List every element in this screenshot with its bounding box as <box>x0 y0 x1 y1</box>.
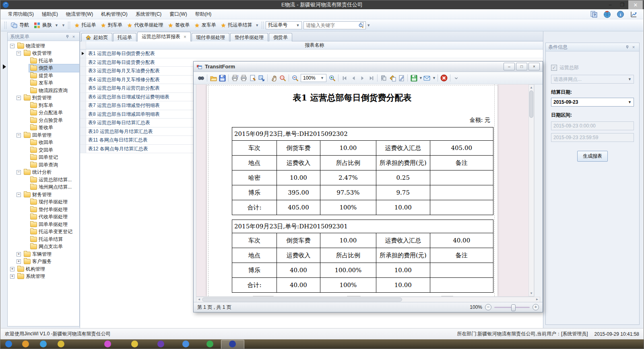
tree-item[interactable]: +系统管理 <box>8 273 79 281</box>
pin-icon[interactable] <box>624 44 630 50</box>
tree-item[interactable]: 地州网点结算... <box>8 184 79 191</box>
close-panel-icon[interactable]: × <box>70 34 77 39</box>
prev-page-icon[interactable] <box>349 74 358 82</box>
menu-item[interactable]: 帮助(H) <box>191 9 216 19</box>
settle-date-select[interactable]: 2015-09-23 ▼ <box>551 98 634 107</box>
skin-button[interactable]: 换肤 ▼ <box>31 21 61 30</box>
range-start-input[interactable]: 2015-09-23 0:00:00 <box>551 121 634 130</box>
tree-item[interactable]: 交回单 <box>8 146 79 154</box>
generate-report-button[interactable]: 生成报表 <box>577 151 608 162</box>
tree-item[interactable]: 回单登记 <box>8 154 79 162</box>
search-overflow-button[interactable]: ▼ <box>366 21 371 30</box>
taskbar-app-icon[interactable] <box>157 341 164 347</box>
menu-item[interactable]: 辅助(E) <box>38 9 62 19</box>
taskbar-app-icon[interactable] <box>58 341 64 347</box>
horizontal-scroll-thumb[interactable] <box>202 298 402 302</box>
tree-item[interactable]: 现付单据处理 <box>8 199 79 206</box>
vertical-scrollbar[interactable]: ▲ ▼ <box>528 84 534 296</box>
collapse-node-icon[interactable]: − <box>17 193 21 197</box>
tab-document[interactable]: 倒货单 <box>269 33 292 41</box>
favorite-shortcut-button[interactable]: ★发车单 <box>192 21 219 30</box>
scroll-up-icon[interactable]: ▲ <box>529 85 534 90</box>
zoom-out-button[interactable]: − <box>485 304 491 310</box>
search-icon[interactable] <box>358 22 364 28</box>
tree-item[interactable]: 到车单 <box>8 102 79 109</box>
site-select[interactable]: 请选择网点... ▼ <box>551 75 634 84</box>
edit-page-icon[interactable] <box>397 74 406 82</box>
background-icon[interactable] <box>388 74 397 82</box>
page-setup-icon[interactable] <box>248 74 257 82</box>
minimize-button[interactable]: – <box>504 63 515 70</box>
range-end-input[interactable]: 2015-09-23 23:59:59 <box>551 133 634 142</box>
tree-item[interactable]: −到货管理 <box>8 94 79 102</box>
horizontal-scrollbar[interactable]: ◄ ► <box>196 297 540 302</box>
tree-item[interactable]: 倒货单 <box>8 65 79 72</box>
tab-document[interactable]: 垫付单据处理 <box>230 33 268 41</box>
more-icon[interactable] <box>452 74 461 82</box>
tab-document[interactable]: 托运单 <box>113 33 136 41</box>
taskbar-app-icon[interactable] <box>131 341 138 347</box>
zoom-percent-select[interactable]: 100%▼ <box>301 74 326 82</box>
zoom-slider-thumb[interactable] <box>511 304 516 311</box>
taskbar-app-icon[interactable] <box>182 341 189 347</box>
favorite-shortcut-button[interactable]: ★代收单据处理 <box>125 21 166 30</box>
favorite-shortcut-button[interactable]: ★托运单 <box>72 21 99 30</box>
tree-item[interactable]: 托运单 <box>8 57 79 65</box>
favorite-shortcut-button[interactable]: ★托运单结算 <box>219 21 255 30</box>
tree-item[interactable]: 分点验货单 <box>8 117 79 124</box>
tree-item[interactable]: −收货管理 <box>8 50 79 57</box>
taskbar-app-icon[interactable] <box>229 341 236 347</box>
globe-icon[interactable] <box>603 10 611 18</box>
save-icon[interactable] <box>218 74 227 82</box>
collapse-node-icon[interactable]: − <box>17 96 21 100</box>
expand-node-icon[interactable]: + <box>10 267 14 271</box>
collapse-node-icon[interactable]: − <box>17 170 21 174</box>
tree-item[interactable]: −物流管理 <box>8 42 79 50</box>
menu-item[interactable]: 物流管理(W) <box>62 9 97 19</box>
email-icon[interactable] <box>423 74 431 82</box>
scale-icon[interactable] <box>257 74 266 82</box>
first-page-icon[interactable] <box>340 74 349 82</box>
collapse-node-icon[interactable]: − <box>17 133 21 138</box>
tree-item[interactable]: 代收单据处理 <box>8 214 79 221</box>
dock-expand-arrow[interactable] <box>3 64 6 69</box>
pan-icon[interactable] <box>269 74 278 82</box>
tab-document[interactable]: 运营总部结算报表× <box>137 32 191 41</box>
watermark-icon[interactable] <box>379 74 388 82</box>
minimize-button[interactable]: – <box>604 0 616 9</box>
maximize-button[interactable]: ❐ <box>616 0 628 9</box>
favorites-overflow-button[interactable]: ▼ <box>254 21 260 30</box>
tree-item[interactable]: 收回单 <box>8 139 79 147</box>
zoom-out-icon[interactable] <box>291 74 299 82</box>
export-icon[interactable] <box>409 74 418 82</box>
last-page-icon[interactable] <box>367 74 376 82</box>
favorite-shortcut-button[interactable]: ★到车单 <box>98 21 125 30</box>
close-button[interactable]: ✕ <box>628 0 643 9</box>
tree-item[interactable]: 提货单 <box>8 72 79 80</box>
hq-checkbox[interactable]: ✓ <box>551 65 557 71</box>
menu-item[interactable]: 系统管理(C) <box>132 9 166 19</box>
search-category-select[interactable]: 托运单号 ▼ <box>266 21 302 29</box>
tree-item[interactable]: 发车单 <box>8 80 79 87</box>
transitform-titlebar[interactable]: TransitForm – □ × <box>194 62 543 72</box>
close-button[interactable]: × <box>528 63 540 70</box>
scroll-down-icon[interactable]: ▼ <box>529 291 534 296</box>
maximize-button[interactable]: □ <box>516 63 527 70</box>
menu-item[interactable]: 常用功能(S) <box>4 9 38 19</box>
taskbar-app-icon[interactable] <box>206 341 213 347</box>
tree-item[interactable]: 运营总部结算... <box>8 176 79 184</box>
tree-item[interactable]: 回单查询 <box>8 161 79 169</box>
tree-item[interactable]: 网点支出单 <box>8 243 79 251</box>
zoom-in-icon[interactable] <box>328 74 336 82</box>
vertical-scroll-thumb[interactable] <box>529 90 533 118</box>
tree-item[interactable]: +客户服务 <box>8 258 79 266</box>
tree-item[interactable]: +车辆管理 <box>8 250 79 258</box>
expand-node-icon[interactable]: + <box>10 274 14 279</box>
collapse-node-icon[interactable]: − <box>17 51 21 55</box>
tab-document[interactable]: 现付单据处理 <box>192 33 229 41</box>
next-page-icon[interactable] <box>358 74 367 82</box>
zoom-slider[interactable] <box>494 307 530 308</box>
print-dialog-icon[interactable]: ? <box>230 74 239 82</box>
tree-item[interactable]: −回单管理 <box>8 131 79 139</box>
toolbar-overflow-button[interactable]: ▼ <box>61 21 66 30</box>
